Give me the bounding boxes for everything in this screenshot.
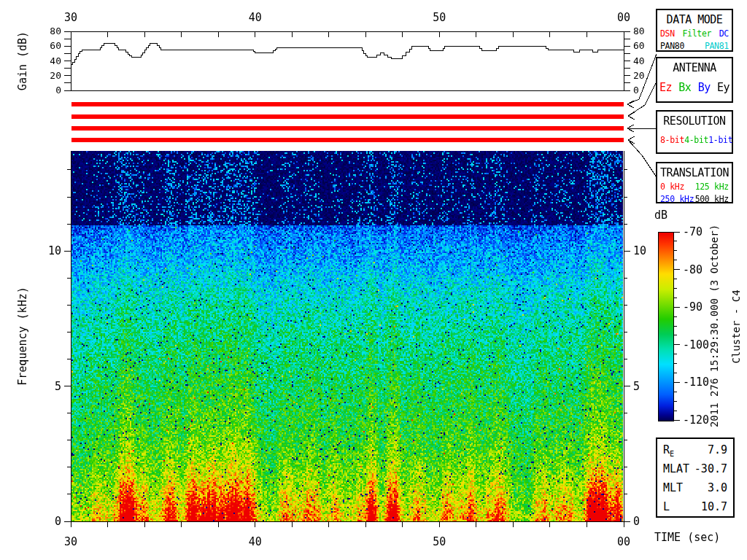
bottom-time-tick-label: 40 <box>249 535 262 548</box>
gain-left-tick-label: 0 <box>55 85 61 96</box>
colorbar-units-label: dB <box>654 209 667 222</box>
callout-line-4 <box>628 140 657 177</box>
antenna-option-by: By <box>698 81 711 94</box>
translation-panel: TRANSLATION 0 kHz 125 kHz 250 kHz 500 kH… <box>656 162 733 203</box>
freq-right-tick-label: 0 <box>633 515 640 528</box>
data-mode-option-dsn: DSN <box>660 28 675 39</box>
translation-row-2: 250 kHz 500 kHz <box>657 194 732 204</box>
translation-option-0khz: 0 kHz <box>660 182 684 192</box>
freq-left-tick-label: 10 <box>48 244 61 257</box>
gain-right-tick-label: 40 <box>633 55 645 66</box>
antenna-row: Ez Bx By Ey <box>657 81 732 94</box>
bottom-time-tick-label: 30 <box>64 535 77 548</box>
freq-left-tick-label: 0 <box>55 515 61 528</box>
status-bar-2 <box>71 114 624 119</box>
callout-arrowhead <box>628 136 635 140</box>
translation-row-1: 0 kHz 125 kHz <box>657 182 732 192</box>
callout-arrowhead <box>627 101 634 104</box>
callout-arrowhead <box>627 104 634 108</box>
freq-right-tick-label: 10 <box>633 244 646 257</box>
gain-plot-frame <box>71 31 624 90</box>
callout-arrowhead <box>627 128 634 132</box>
re-value: 7.9 <box>708 443 727 458</box>
antenna-panel: ANTENNA Ez Bx By Ey <box>656 57 733 103</box>
resolution-row: 8-bit 4-bit 1-bit <box>657 135 732 145</box>
antenna-option-bx: Bx <box>678 81 691 94</box>
data-mode-option-filter: Filter <box>682 28 711 39</box>
capture-timestamp-label: 2011 276 15:29:30.000 (3 October) <box>708 225 720 427</box>
resolution-panel: RESOLUTION 8-bit 4-bit 1-bit <box>656 110 733 154</box>
gain-left-tick-label: 40 <box>50 55 61 66</box>
data-mode-option-pan81: PAN81 <box>705 41 729 51</box>
resolution-option-4bit: 4-bit <box>684 135 708 145</box>
data-mode-option-dc: DC <box>719 28 729 39</box>
bottom-time-tick-label: 50 <box>433 535 446 548</box>
colorbar-tick-label: -120 <box>683 413 709 427</box>
spacecraft-label: Cluster - C4 <box>730 289 742 363</box>
top-time-tick-label: 40 <box>249 11 262 24</box>
l-value: 10.7 <box>701 500 727 515</box>
bottom-time-tick-label: 00 <box>617 535 630 548</box>
callout-line-2 <box>628 82 657 116</box>
callout-arrowhead <box>628 116 635 120</box>
top-time-tick-label: 00 <box>617 11 630 24</box>
resolution-option-8bit: 8-bit <box>660 135 684 145</box>
axes-and-annotations-layer: 30405000002020404060608080Gain (dB)00551… <box>0 0 747 560</box>
callout-line-3 <box>627 128 657 129</box>
gain-left-tick-label: 20 <box>50 70 61 81</box>
status-bar-1 <box>71 102 624 106</box>
antenna-option-ez: Ez <box>659 81 672 94</box>
freq-axis-title: Frequency (kHz) <box>16 287 29 385</box>
callout-arrowhead <box>627 125 634 128</box>
translation-option-125khz: 125 kHz <box>695 182 729 192</box>
resolution-title: RESOLUTION <box>657 114 732 128</box>
colorbar-tick-label: -110 <box>683 376 709 389</box>
data-mode-row-2: PAN80 PAN81 <box>657 41 732 51</box>
colorbar-tick-label: -70 <box>683 225 703 238</box>
translation-option-250khz: 250 kHz <box>660 194 694 204</box>
data-mode-option-pan80: PAN80 <box>660 41 684 51</box>
resolution-option-1bit: 1-bit <box>708 135 732 145</box>
status-bar-4 <box>71 138 624 142</box>
data-mode-row-1: DSN Filter DC <box>657 28 732 39</box>
gain-trace <box>71 43 624 64</box>
gain-right-tick-label: 80 <box>633 26 645 36</box>
time-axis-label: TIME (sec) <box>654 531 720 544</box>
colorbar-tick-label: -100 <box>683 338 709 351</box>
data-mode-panel: DATA MODE DSN Filter DC PAN80 PAN81 <box>656 9 733 52</box>
gain-right-tick-label: 60 <box>633 40 645 51</box>
info-row-l: L 10.7 <box>657 500 733 515</box>
freq-right-tick-label: 5 <box>633 380 640 393</box>
mlt-value: 3.0 <box>708 481 727 496</box>
mlat-value: -30.7 <box>694 462 727 477</box>
gain-left-tick-label: 80 <box>50 26 61 36</box>
wbd-spectrogram-display: 30405000002020404060608080Gain (dB)00551… <box>0 0 747 560</box>
status-bar-3 <box>71 126 624 131</box>
top-time-tick-label: 50 <box>433 11 446 24</box>
translation-title: TRANSLATION <box>657 166 732 179</box>
gain-axis-title: Gain (dB) <box>16 31 29 90</box>
antenna-title: ANTENNA <box>657 61 732 74</box>
gain-left-tick-label: 60 <box>50 40 61 51</box>
callout-arrowhead <box>628 112 635 116</box>
freq-left-tick-label: 5 <box>55 380 61 393</box>
info-row-re: RE 7.9 <box>657 443 733 458</box>
gain-right-tick-label: 0 <box>633 85 639 96</box>
ephemeris-info-box: RE 7.9 MLAT -30.7 MLT 3.0 L 10.7 <box>656 438 735 518</box>
data-mode-title: DATA MODE <box>657 13 732 26</box>
antenna-option-ey: Ey <box>717 81 729 94</box>
translation-option-500khz: 500 kHz <box>695 194 729 204</box>
top-time-tick-label: 30 <box>64 11 77 24</box>
colorbar-tick-label: -80 <box>683 263 703 276</box>
info-row-mlt: MLT 3.0 <box>657 481 733 496</box>
gain-right-tick-label: 20 <box>633 70 645 81</box>
info-row-mlat: MLAT -30.7 <box>657 462 733 477</box>
colorbar-tick-label: -90 <box>683 300 703 314</box>
